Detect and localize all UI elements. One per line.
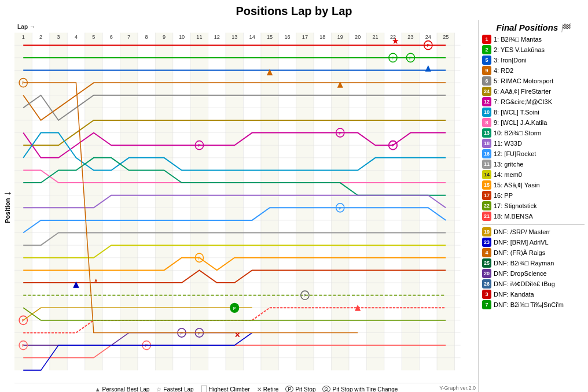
- driver-name-14: 14: mem0: [494, 171, 522, 178]
- pos-badge-dnf4: 25: [482, 258, 491, 268]
- svg-text:P: P: [22, 80, 25, 86]
- legend-panel: Final Positions 🏁 1 1: B2i¾□ Mantas 2 2:…: [478, 20, 588, 392]
- legend-item-5: 6 5: RIMAC Motorsport: [482, 76, 585, 86]
- svg-rect-13: [437, 33, 454, 371]
- driver-name-7: 7: RG&circ;M@CI3K: [494, 98, 552, 105]
- pos-badge-12: 16: [482, 149, 491, 158]
- svg-text:★: ★: [392, 36, 399, 46]
- svg-text:Lap →: Lap →: [17, 24, 35, 30]
- driver-name-dnf7: DNF: Kandata: [494, 291, 534, 298]
- pos-badge-15: 15: [482, 180, 491, 190]
- driver-name-8: 8: [WCL] T.Soini: [494, 109, 539, 116]
- svg-rect-5: [155, 33, 172, 371]
- driver-name-2: 2: YES V.Lakūnas: [494, 46, 545, 53]
- svg-text:P: P: [22, 343, 25, 348]
- legend-item-4: 9 4: RD2: [482, 66, 585, 75]
- driver-name-dnf2: DNF: [BRM] AdriVL: [494, 239, 549, 246]
- legend-item-dnf1: 19 DNF: /SRP/ Masterr: [482, 227, 585, 236]
- driver-name-dnf8: DNF: B2i¾□ Ti‰|SnCi'm: [494, 301, 564, 308]
- svg-text:14: 14: [249, 34, 255, 40]
- pos-badge-7: 12: [482, 97, 491, 106]
- chart-area: Lap → 1 2 3 4 5 6 7 8 9 10 11 12 13 14 1…: [14, 20, 478, 383]
- legend-retire: ✕ Retire: [257, 386, 279, 393]
- pit-stop-tire-label: Pit Stop with Tire Change: [332, 386, 398, 393]
- pos-badge-dnf2: 23: [482, 238, 491, 247]
- svg-text:17: 17: [302, 34, 308, 40]
- svg-text:11: 11: [196, 34, 202, 40]
- svg-text:P: P: [304, 293, 307, 298]
- svg-text:23: 23: [407, 34, 413, 40]
- pos-badge-18: 21: [482, 212, 491, 221]
- version-label: Y-Graph ver.2.0: [439, 385, 476, 391]
- legend-item-2: 2 2: YES V.Lakūnas: [482, 45, 585, 54]
- driver-name-5: 5: RIMAC Motorsport: [494, 77, 553, 84]
- svg-text:25: 25: [443, 34, 449, 40]
- legend-item-dnf6: 26 DNF: i½¢DDi½£ tBug: [482, 279, 585, 289]
- legend-item-10: 13 10: B2i¾□ Storm: [482, 128, 585, 138]
- svg-text:15: 15: [267, 34, 273, 40]
- pos-badge-1: 1: [482, 35, 491, 44]
- legend-highest-climber: Highest Climber: [201, 386, 250, 392]
- pos-badge-6: 24: [482, 87, 491, 96]
- legend-item-dnf8: 7 DNF: B2i¾□ Ti‰|SnCi'm: [482, 300, 585, 309]
- driver-name-3: 3: Iron|Doni: [494, 57, 527, 64]
- pos-badge-11: 18: [482, 139, 491, 148]
- svg-text:24: 24: [425, 34, 431, 40]
- driver-name-12: 12: [FU]Rocket: [494, 150, 536, 157]
- legend-fastest-lap: ☆ Fastest Lap: [156, 386, 193, 393]
- pos-badge-16: 17: [482, 191, 491, 200]
- legend-item-9: 8 9: [WCL] J.A.Katila: [482, 118, 585, 127]
- svg-text:12: 12: [214, 34, 220, 40]
- pos-badge-9: 8: [482, 118, 491, 127]
- legend-item-7: 12 7: RG&circ;M@CI3K: [482, 97, 585, 106]
- driver-name-18: 18: M.BENSA: [494, 213, 533, 220]
- svg-rect-11: [366, 33, 384, 371]
- bottom-legend: ▲ Personal Best Lap ☆ Fastest Lap Highes…: [14, 383, 478, 392]
- legend-pit-stop-tire: ⊙ Pit Stop with Tire Change: [322, 386, 398, 392]
- driver-name-4: 4: RD2: [494, 67, 513, 74]
- pos-badge-dnf5: 20: [482, 269, 491, 278]
- svg-text:P: P: [22, 318, 25, 323]
- driver-name-1: 1: B2i¾□ Mantas: [494, 36, 542, 43]
- pos-badge-17: 22: [482, 201, 491, 210]
- legend-item-8: 10 8: [WCL] T.Soini: [482, 108, 585, 117]
- y-axis-label: Position ↓: [0, 20, 14, 392]
- svg-text:P: P: [392, 56, 395, 61]
- pos-badge-dnf7: 3: [482, 290, 491, 299]
- driver-name-dnf4: DNF: B2i¾□ Rayman: [494, 260, 554, 267]
- driver-name-10: 10: B2i¾□ Storm: [494, 130, 541, 136]
- legend-item-18: 21 18: M.BENSA: [482, 212, 585, 221]
- driver-name-dnf3: DNF: (FR)À Raigs: [494, 249, 545, 256]
- finishers-list: 1 1: B2i¾□ Mantas 2 2: YES V.Lakūnas 5 3…: [482, 35, 585, 221]
- svg-text:10: 10: [179, 34, 185, 40]
- svg-rect-4: [120, 33, 138, 371]
- legend-item-dnf5: 20 DNF: DropScience: [482, 269, 585, 278]
- svg-text:2: 2: [39, 34, 42, 40]
- svg-text:6: 6: [110, 34, 113, 40]
- svg-text:P: P: [392, 143, 395, 148]
- svg-text:7: 7: [127, 34, 130, 40]
- legend-item-16: 17 16: PP: [482, 191, 585, 200]
- legend-item-dnf2: 23 DNF: [BRM] AdriVL: [482, 238, 585, 247]
- svg-text:P: P: [409, 56, 412, 61]
- legend-item-dnf4: 25 DNF: B2i¾□ Rayman: [482, 258, 585, 268]
- personal-best-label: Personal Best Lap: [102, 386, 150, 393]
- dnf-section: 19 DNF: /SRP/ Masterr 23 DNF: [BRM] Adri…: [482, 224, 585, 309]
- svg-rect-12: [402, 33, 419, 371]
- legend-item-13: 11 13: gritche: [482, 160, 585, 169]
- page-title: Positions Lap by Lap: [0, 0, 588, 20]
- svg-text:P: P: [427, 43, 429, 48]
- driver-name-16: 16: PP: [494, 192, 513, 199]
- driver-name-11: 11: W33D: [494, 140, 522, 147]
- svg-rect-2: [50, 33, 67, 371]
- legend-item-dnf3: 4 DNF: (FR)À Raigs: [482, 248, 585, 257]
- legend-item-11: 18 11: W33D: [482, 139, 585, 148]
- legend-item-6: 24 6: AAâ‚¢| FireStarter: [482, 87, 585, 96]
- highest-climber-bottom-label: Highest Climber: [209, 386, 250, 393]
- driver-name-15: 15: ASâ‚¢| Yasin: [494, 182, 540, 188]
- pos-badge-dnf3: 4: [482, 248, 491, 257]
- legend-item-1: 1 1: B2i¾□ Mantas: [482, 35, 585, 44]
- svg-rect-8: [261, 33, 278, 371]
- driver-name-dnf6: DNF: i½¢DDi½£ tBug: [494, 280, 555, 287]
- svg-text:✕: ✕: [234, 331, 241, 339]
